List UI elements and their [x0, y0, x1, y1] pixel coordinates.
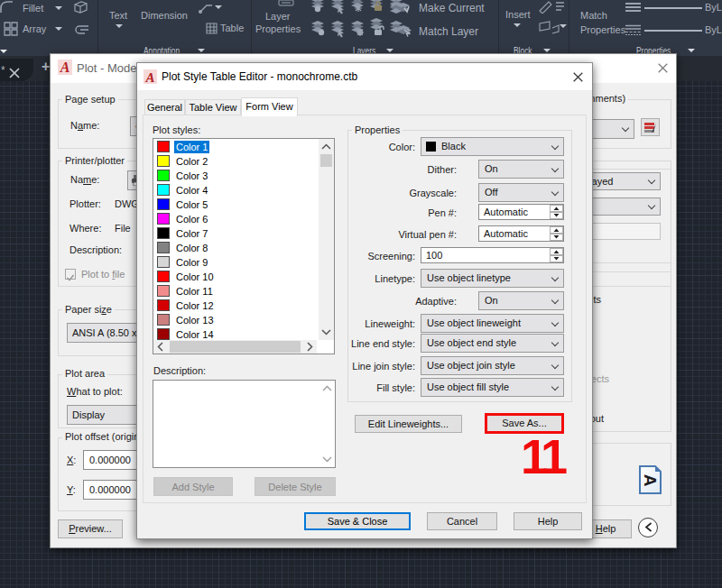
svg-text:A: A [641, 474, 660, 487]
